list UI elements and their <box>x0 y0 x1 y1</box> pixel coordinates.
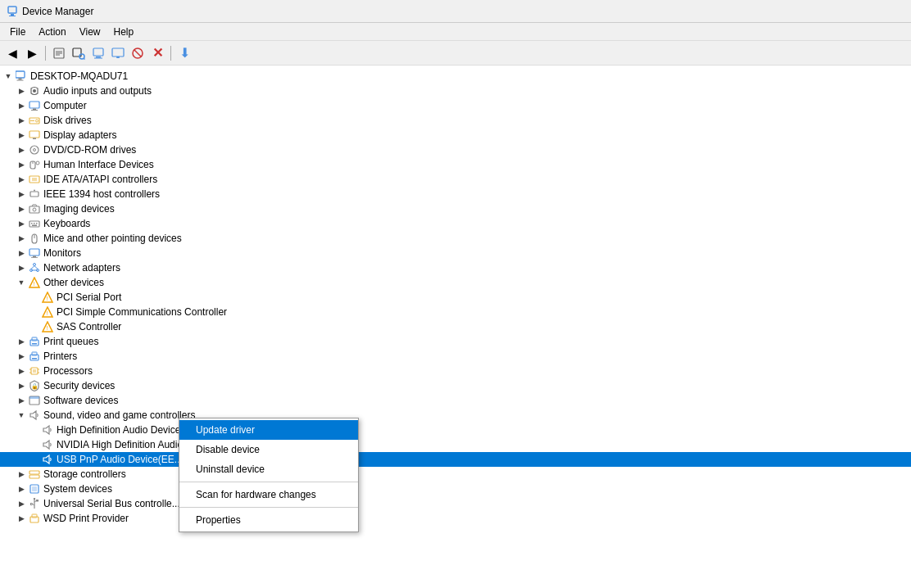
svg-point-31 <box>34 149 36 152</box>
disk-arrow: ▶ <box>15 116 28 124</box>
svg-text:!: ! <box>34 281 35 287</box>
tree-imaging[interactable]: ▶ Imaging devices <box>0 201 911 216</box>
svg-rect-19 <box>19 79 22 80</box>
tree-sas[interactable]: ▶ ! SAS Controller <box>0 319 911 334</box>
usb-label: Universal Serial Bus controlle... <box>43 498 180 509</box>
menu-action[interactable]: Action <box>32 25 72 39</box>
tree-disk-drives[interactable]: ▶ Disk drives <box>0 113 911 128</box>
toolbar-disable[interactable] <box>129 44 147 62</box>
toolbar-monitor[interactable] <box>109 44 127 62</box>
storage-icon <box>28 468 41 481</box>
imaging-icon <box>28 202 41 215</box>
tree-hda[interactable]: ▶ High Definition Audio Device <box>0 423 911 437</box>
svg-rect-18 <box>16 71 25 78</box>
tree-printers[interactable]: ▶ Printers <box>0 349 911 364</box>
tree-usb-pnp[interactable]: ▶ USB PnP Audio Device(EE... <box>0 452 911 467</box>
menu-view[interactable]: View <box>73 25 107 39</box>
tree-monitors[interactable]: ▶ Monitors <box>0 246 911 260</box>
tree-sound[interactable]: ▼ Sound, video and game controllers <box>0 408 911 423</box>
toolbar-properties[interactable] <box>50 44 68 62</box>
usb-icon <box>28 497 41 510</box>
tree-dvd[interactable]: ▶ DVD/CD-ROM drives <box>0 142 911 157</box>
wsd-icon <box>28 512 41 525</box>
tree-root[interactable]: ▼ DESKTOP-MQADU71 <box>0 69 911 84</box>
menu-help[interactable]: Help <box>107 25 141 39</box>
svg-rect-67 <box>32 343 37 345</box>
tree-ieee[interactable]: ▶ IEEE 1394 host controllers <box>0 187 911 201</box>
svg-rect-28 <box>29 131 39 138</box>
hda-icon <box>41 423 54 436</box>
ctx-properties[interactable]: Properties <box>179 510 358 530</box>
keyboards-arrow: ▶ <box>15 219 28 228</box>
tree-processors[interactable]: ▶ Processors <box>0 364 911 378</box>
toolbar-update[interactable] <box>89 44 107 62</box>
tree-audio-inputs[interactable]: ▶ Audio inputs and outputs <box>0 84 911 98</box>
ctx-uninstall-device[interactable]: Uninstall device <box>179 459 358 479</box>
ctx-scan-hardware[interactable]: Scan for hardware changes <box>179 485 358 504</box>
toolbar-forward[interactable]: ▶ <box>23 44 41 62</box>
tree-display[interactable]: ▶ Display adapters <box>0 128 911 142</box>
svg-line-9 <box>84 58 85 59</box>
ctx-update-driver[interactable]: Update driver <box>179 420 358 440</box>
tree-pci-comm[interactable]: ▶ ! PCI Simple Communications Controller <box>0 305 911 319</box>
svg-rect-70 <box>32 358 37 360</box>
dvd-icon <box>28 143 41 156</box>
computer-icon <box>28 99 41 112</box>
tree-hid[interactable]: ▶ Human Interface Devices <box>0 157 911 172</box>
ctx-disable-device[interactable]: Disable device <box>179 440 358 459</box>
pci-serial-icon: ! <box>41 291 54 304</box>
sec-icon: 🔒 <box>28 379 41 392</box>
tree-nvidia-audio[interactable]: ▶ NVIDIA High Definition Audio <box>0 437 911 452</box>
menu-file[interactable]: File <box>3 25 32 39</box>
tree-computer[interactable]: ▶ Computer <box>0 98 911 113</box>
toolbar: ◀ ▶ ✕ <box>0 41 911 66</box>
audio-inputs-label: Audio inputs and outputs <box>43 85 152 97</box>
toolbar-back[interactable]: ◀ <box>3 44 21 62</box>
display-arrow: ▶ <box>15 131 28 139</box>
tree-security[interactable]: ▶ 🔒 Security devices <box>0 378 911 393</box>
svg-point-26 <box>36 120 39 122</box>
usb-arrow: ▶ <box>15 500 28 508</box>
ide-arrow: ▶ <box>15 175 28 183</box>
tree-other-devices[interactable]: ▼ ! Other devices <box>0 275 911 290</box>
root-icon <box>15 70 28 83</box>
tree-network[interactable]: ▶ Network adapters <box>0 260 911 275</box>
ide-label: IDE ATA/ATAPI controllers <box>43 174 157 185</box>
storage-arrow: ▶ <box>15 470 28 478</box>
svg-rect-49 <box>33 256 36 258</box>
hid-icon <box>28 158 41 171</box>
imaging-arrow: ▶ <box>15 205 28 213</box>
tree-ide[interactable]: ▶ IDE ATA/ATAPI controllers <box>0 172 911 187</box>
pci-serial-label: PCI Serial Port <box>57 292 121 303</box>
toolbar-uninstall[interactable]: ✕ <box>148 44 166 62</box>
computer-label: Computer <box>43 100 87 111</box>
svg-point-21 <box>33 89 36 93</box>
dvd-arrow: ▶ <box>15 146 28 154</box>
tree-wsd[interactable]: ▶ WSD Print Provider <box>0 511 911 526</box>
system-label: System devices <box>43 483 112 495</box>
tree-software[interactable]: ▶ Software devices <box>0 393 911 408</box>
mice-label: Mice and other pointing devices <box>43 233 182 244</box>
tree-storage[interactable]: ▶ Storage controllers <box>0 467 911 482</box>
toolbar-scan[interactable] <box>70 44 88 62</box>
tree-usb[interactable]: ▶ Universal Serial Bus controlle... <box>0 496 911 511</box>
sas-icon: ! <box>41 320 54 333</box>
tree-pci-serial[interactable]: ▶ ! PCI Serial Port <box>0 290 911 305</box>
tree-system[interactable]: ▶ System devices <box>0 482 911 496</box>
wsd-arrow: ▶ <box>15 514 28 522</box>
sw-arrow: ▶ <box>15 396 28 405</box>
tree-print-queues[interactable]: ▶ Print queues <box>0 334 911 349</box>
ieee-icon <box>28 188 41 201</box>
svg-rect-2 <box>9 16 16 16</box>
audio-inputs-arrow: ▶ <box>15 87 28 95</box>
pq-icon <box>28 335 41 348</box>
other-label: Other devices <box>43 277 104 288</box>
tree-mice[interactable]: ▶ Mice and other pointing devices <box>0 231 911 246</box>
svg-text:!: ! <box>47 310 48 316</box>
toolbar-action[interactable]: ⬇ <box>175 44 193 62</box>
ieee-arrow: ▶ <box>15 190 28 198</box>
title-bar: Device Manager <box>0 0 911 23</box>
tree-keyboards[interactable]: ▶ Keyboards <box>0 216 911 231</box>
proc-icon <box>28 364 41 378</box>
sw-icon <box>28 394 41 407</box>
